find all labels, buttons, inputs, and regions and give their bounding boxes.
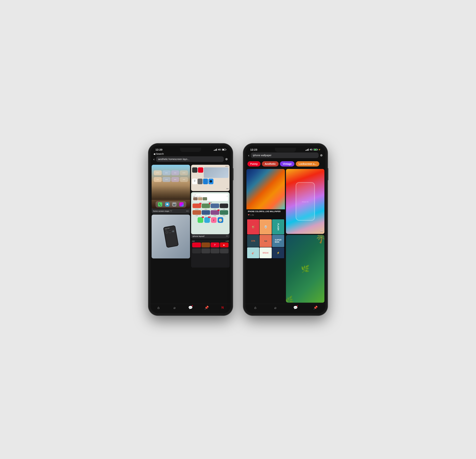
wallpaper-title: IPHONE COLORFUL LIVE WALLPAPER xyxy=(248,210,283,213)
dots-home-screen[interactable]: ••• xyxy=(186,210,189,213)
pin-icon-nav: 📌 xyxy=(204,305,209,310)
search-bar-row-2: ‹ iphone wallpaper ⊕ xyxy=(248,152,323,158)
signal-bar-2-3 xyxy=(307,149,308,151)
battery-2 xyxy=(314,149,317,151)
bottom-nav-1: ⌂ ⌕ 💬 📌 N xyxy=(151,304,231,313)
network-type-1: 4G xyxy=(218,148,221,151)
nav-search-1[interactable]: ⌕ xyxy=(172,305,177,310)
filter-icon-2[interactable]: ⊕ xyxy=(320,153,323,157)
charging-icon: ⚡ xyxy=(318,149,321,151)
chip-aesthetic[interactable]: Aesthetic xyxy=(262,161,279,166)
signal-bar-2-4 xyxy=(308,149,309,151)
likes-count-1: 1.6k xyxy=(250,214,254,216)
filter-icon-1[interactable]: ⊕ xyxy=(225,157,228,161)
masonry-2: IPHONE COLORFUL LIVE WALLPAPER ❤ 1.6k xyxy=(245,168,325,304)
chips-row: Funny Aesthetic Vintage Lockscreen a... xyxy=(245,160,325,168)
masonry-col-2-2: iPhone XS ••• 🌿 🌴 xyxy=(286,169,324,303)
chip-lockscreen[interactable]: Lockscreen a... xyxy=(296,161,319,166)
pin-icon-2: 📌 xyxy=(313,305,318,310)
nav-chat-1[interactable]: 💬 xyxy=(188,305,193,310)
chip-funny[interactable]: Funny xyxy=(247,161,261,166)
nav-pin-1[interactable]: 📌 xyxy=(204,305,209,310)
content-area-2: IPHONE COLORFUL LIVE WALLPAPER ❤ 1.6k xyxy=(245,168,325,304)
pin-card-colorful-wallpaper[interactable]: IPHONE COLORFUL LIVE WALLPAPER ❤ 1.6k xyxy=(246,169,285,218)
search-header-2: ‹ iphone wallpaper ⊕ xyxy=(245,152,325,160)
back-search-label-1[interactable]: ◀ Search xyxy=(153,152,164,155)
signal-bar-2 xyxy=(215,150,215,151)
dots-layout-2[interactable]: ••• xyxy=(226,235,228,238)
battery-body-2 xyxy=(314,149,317,151)
chat-dot-2 xyxy=(297,305,298,306)
pin-card-home-screen[interactable]: selfcare phone music random sports schoo… xyxy=(152,165,190,213)
battery-fill-1 xyxy=(222,149,224,150)
masonry-col-1-2: APRIL 9 SUN19 🅐 xyxy=(191,165,230,303)
battery-body-1 xyxy=(222,149,226,151)
signal-bar-3 xyxy=(215,149,216,151)
masonry-col-2-1: IPHONE COLORFUL LIVE WALLPAPER ❤ 1.6k xyxy=(246,169,285,303)
masonry-1: selfcare phone music random sports schoo… xyxy=(151,164,231,304)
search-input-1[interactable]: aesthetic homescreen layo... xyxy=(156,156,224,162)
search-bar-row-1: ‹ aesthetic homescreen layo... ⊕ xyxy=(153,156,228,162)
nav-netflix-1[interactable]: N xyxy=(220,305,225,310)
dots-marble[interactable]: ••• xyxy=(320,230,323,232)
signal-bar-2-1 xyxy=(306,150,306,151)
netflix-icon: N xyxy=(220,305,225,310)
status-icons-1: 4G xyxy=(214,148,226,151)
phone-2: 12:23 4G ⚡ xyxy=(243,144,328,315)
nav-chat-2[interactable]: 💬 xyxy=(293,305,298,310)
battery-1 xyxy=(222,149,226,151)
home-icon: ⌂ xyxy=(156,305,161,310)
status-bar-2: 12:23 4G ⚡ xyxy=(245,146,325,152)
pin-card-sticker-wallpaper[interactable]: 🐒 💀 FLASH GTA 🦇 SUPERMAN 🎸 BREAK ⚡ xyxy=(246,219,285,259)
battery-fill-2 xyxy=(314,149,317,150)
nav-home-1[interactable]: ⌂ xyxy=(156,305,161,310)
pin-card-tropical-wallpaper[interactable]: 🌿 🌴 🌿 xyxy=(286,235,324,303)
signal-bar-2-2 xyxy=(306,150,307,151)
nav-pin-2[interactable]: 📌 xyxy=(313,305,318,310)
phone-1: 12:20 4G xyxy=(148,144,233,315)
home-icon-2: ⌂ xyxy=(253,305,258,310)
back-button-1[interactable]: ‹ xyxy=(153,157,154,161)
nav-search-2[interactable]: ⌕ xyxy=(273,305,278,310)
search-input-2[interactable]: iphone wallpaper xyxy=(251,152,319,158)
masonry-col-1-1: selfcare phone music random sports schoo… xyxy=(152,165,190,303)
chip-vintage[interactable]: Vintage xyxy=(280,161,294,166)
pin-card-layout-2[interactable]: 13:08 ayo morgan leigh ● ♪ xyxy=(191,192,230,238)
signal-bars-2 xyxy=(306,149,309,151)
network-type-2: 4G xyxy=(310,148,313,151)
signal-bars-1 xyxy=(214,149,217,151)
search-header-1: ◀ Search ‹ aesthetic homescreen layo... … xyxy=(151,152,231,164)
status-bar-1: 12:20 4G xyxy=(151,146,231,152)
search-icon-2: ⌕ xyxy=(273,305,278,310)
search-icon-nav: ⌕ xyxy=(172,305,177,310)
status-icons-2: 4G ⚡ xyxy=(306,148,321,151)
chat-dot xyxy=(192,305,193,306)
caption-home-screen: home screen inspo 🖤 xyxy=(153,210,172,212)
nav-home-2[interactable]: ⌂ xyxy=(253,305,258,310)
pin-card-marble-wallpaper[interactable]: iPhone XS ••• xyxy=(286,169,324,234)
dots-layout-1[interactable]: ••• xyxy=(226,188,229,190)
status-time-1: 12:20 xyxy=(155,148,162,151)
heart-icon-1: ❤ xyxy=(248,214,250,216)
status-time-2: 12:23 xyxy=(250,148,257,151)
back-button-2[interactable]: ‹ xyxy=(248,153,249,157)
signal-bar-1 xyxy=(214,150,214,151)
content-area-1: selfcare phone music random sports schoo… xyxy=(151,164,231,304)
pin-card-hand-phone[interactable]: Sarah Smith mobile 🎙 ⌨ 🔊 xyxy=(152,215,190,258)
caption-layout-2: iphone layout! xyxy=(193,235,205,237)
pin-card-layout-1[interactable]: APRIL 9 SUN19 🅐 xyxy=(191,165,230,191)
bottom-nav-2: ⌂ ⌕ 💬 📌 xyxy=(245,304,325,313)
pin-card-layout-3[interactable]: 6:48 4G 🔋 P ▶ xyxy=(191,239,230,268)
back-search-1: ◀ Search xyxy=(153,152,228,155)
signal-bar-4 xyxy=(216,149,217,151)
